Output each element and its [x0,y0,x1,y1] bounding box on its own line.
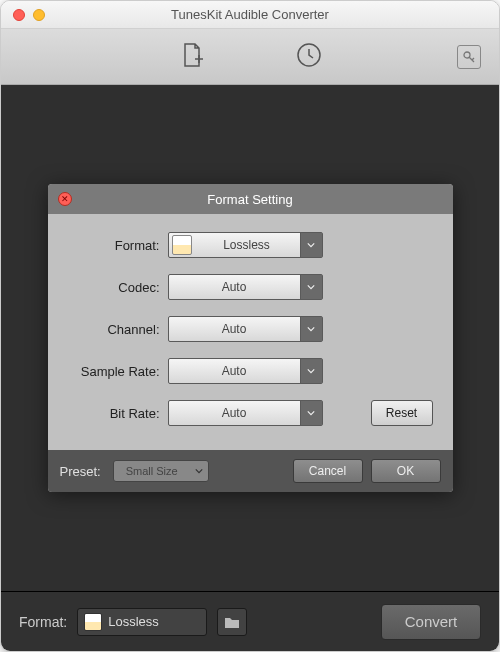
chevron-down-icon [300,359,322,383]
titlebar: TunesKit Audible Converter [1,1,499,29]
main-area: ✕ Format Setting Format: Lossless Codec:… [1,85,499,591]
bottom-format-dropdown[interactable]: Lossless [77,608,207,636]
preset-dropdown[interactable]: Small Size [113,460,209,482]
history-button[interactable] [295,41,323,73]
samplerate-dropdown[interactable]: Auto [168,358,323,384]
format-setting-dialog: ✕ Format Setting Format: Lossless Codec:… [48,184,453,492]
codec-label: Codec: [68,280,168,295]
bitrate-label: Bit Rate: [68,406,168,421]
bottom-format-label: Format: [19,614,67,630]
chevron-down-icon [300,401,322,425]
preset-label: Preset: [60,464,101,479]
dialog-footer: Preset: Small Size Cancel OK [48,450,453,492]
format-label: Format: [68,238,168,253]
window-title: TunesKit Audible Converter [1,7,499,22]
dialog-title: Format Setting [48,192,453,207]
format-icon [84,613,102,631]
add-file-button[interactable] [177,41,205,73]
register-button[interactable] [457,45,481,69]
codec-dropdown[interactable]: Auto [168,274,323,300]
channel-label: Channel: [68,322,168,337]
channel-dropdown[interactable]: Auto [168,316,323,342]
chevron-down-icon [300,233,322,257]
samplerate-label: Sample Rate: [68,364,168,379]
chevron-down-icon [300,275,322,299]
cancel-button[interactable]: Cancel [293,459,363,483]
ok-button[interactable]: OK [371,459,441,483]
bitrate-dropdown[interactable]: Auto [168,400,323,426]
format-dropdown[interactable]: Lossless [168,232,323,258]
app-window: TunesKit Audible Converter ✕ Format Sett… [0,0,500,652]
format-icon [172,235,192,255]
bottom-bar: Format: Lossless Convert [1,591,499,651]
dialog-titlebar: ✕ Format Setting [48,184,453,214]
convert-button[interactable]: Convert [381,604,481,640]
chevron-down-icon [300,317,322,341]
output-folder-button[interactable] [217,608,247,636]
reset-button[interactable]: Reset [371,400,433,426]
toolbar [1,29,499,85]
chevron-down-icon [190,467,208,475]
